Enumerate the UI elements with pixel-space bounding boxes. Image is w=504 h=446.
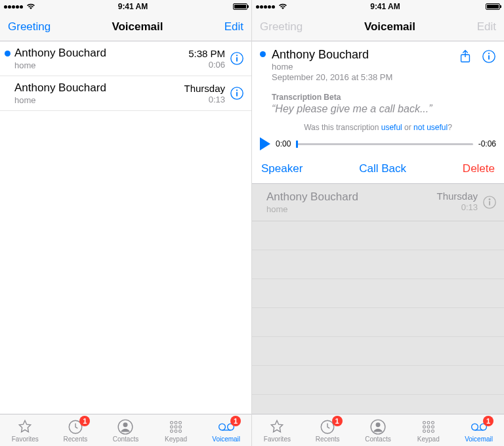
tab-label: Favorites bbox=[12, 435, 39, 443]
info-icon[interactable] bbox=[482, 49, 496, 64]
expanded-voicemail: Anthony Bouchard home September 20, 2016… bbox=[252, 41, 504, 414]
person-icon bbox=[369, 418, 387, 435]
signal-dots bbox=[256, 3, 287, 10]
call-duration: 0:06 bbox=[209, 60, 225, 70]
call-datetime: September 20, 2016 at 5:38 PM bbox=[272, 72, 458, 82]
signal-dots bbox=[4, 3, 35, 10]
svg-point-12 bbox=[171, 426, 173, 428]
info-button[interactable] bbox=[228, 81, 246, 105]
edit-button[interactable]: Edit bbox=[224, 20, 243, 33]
tab-label: Favorites bbox=[264, 435, 291, 443]
tab-label: Contacts bbox=[113, 435, 138, 443]
svg-point-27 bbox=[489, 198, 490, 200]
svg-point-5 bbox=[236, 89, 238, 91]
svg-point-31 bbox=[423, 421, 425, 424]
wifi-icon bbox=[26, 3, 35, 10]
svg-point-32 bbox=[427, 421, 430, 424]
transcription-text: “Hey please give me a call back...” bbox=[272, 103, 504, 115]
svg-point-38 bbox=[427, 430, 430, 432]
elapsed-time: 0:00 bbox=[276, 139, 291, 148]
useful-link[interactable]: useful bbox=[381, 123, 402, 132]
voicemail-list: Anthony Bouchard home 5:38 PM 0:06 Antho… bbox=[0, 41, 251, 414]
svg-point-40 bbox=[471, 424, 478, 430]
svg-point-34 bbox=[423, 426, 425, 428]
unread-dot-icon bbox=[5, 51, 10, 56]
wifi-icon bbox=[278, 3, 287, 10]
call-duration: 0:13 bbox=[436, 202, 478, 212]
caller-label: home bbox=[266, 204, 436, 214]
svg-point-24 bbox=[488, 53, 490, 54]
svg-rect-23 bbox=[488, 55, 490, 59]
voicemail-row[interactable]: Anthony Bouchard home Thursday 0:13 bbox=[0, 76, 251, 111]
tab-label: Keypad bbox=[417, 435, 440, 443]
nav-bar: Greeting Voicemail Edit bbox=[0, 13, 251, 41]
info-button[interactable] bbox=[228, 47, 246, 70]
caller-label: home bbox=[14, 95, 184, 105]
status-bar: 9:41 AM bbox=[252, 0, 504, 13]
tab-contacts[interactable]: Contacts bbox=[353, 414, 404, 446]
status-bar: 9:41 AM bbox=[0, 0, 251, 13]
svg-rect-4 bbox=[236, 92, 238, 96]
transcription-label: Transcription Beta bbox=[272, 93, 504, 102]
battery-icon bbox=[233, 3, 247, 10]
tab-recents[interactable]: 1 Recents bbox=[51, 414, 101, 446]
svg-point-33 bbox=[431, 421, 434, 424]
badge: 1 bbox=[332, 416, 343, 426]
voicemail-row[interactable]: Anthony Bouchard home 5:38 PM 0:06 bbox=[0, 41, 251, 76]
edit-button[interactable]: Edit bbox=[477, 20, 496, 33]
tab-favorites[interactable]: Favorites bbox=[0, 414, 51, 446]
tab-contacts[interactable]: Contacts bbox=[100, 414, 151, 446]
tab-voicemail[interactable]: 1 Voicemail bbox=[201, 414, 251, 446]
tab-keypad[interactable]: Keypad bbox=[403, 414, 453, 446]
svg-point-17 bbox=[179, 430, 182, 432]
tab-voicemail[interactable]: 1 Voicemail bbox=[453, 414, 504, 446]
svg-rect-1 bbox=[236, 57, 238, 61]
play-button[interactable] bbox=[260, 137, 270, 150]
info-icon bbox=[230, 51, 244, 66]
caller-name: Anthony Bouchard bbox=[14, 81, 184, 95]
page-title: Voicemail bbox=[364, 20, 415, 33]
svg-point-37 bbox=[423, 430, 425, 432]
tab-label: Contacts bbox=[365, 435, 390, 443]
info-button[interactable] bbox=[480, 190, 499, 214]
tab-recents[interactable]: 1 Recents bbox=[303, 414, 353, 446]
share-icon[interactable] bbox=[458, 49, 472, 64]
speaker-button[interactable]: Speaker bbox=[261, 162, 303, 175]
caller-name: Anthony Bouchard bbox=[266, 190, 436, 204]
badge: 1 bbox=[79, 416, 90, 426]
svg-point-15 bbox=[171, 430, 173, 432]
svg-point-35 bbox=[427, 426, 430, 428]
svg-point-10 bbox=[175, 421, 177, 424]
tab-label: Keypad bbox=[165, 435, 187, 443]
tab-label: Recents bbox=[64, 435, 88, 443]
not-useful-link[interactable]: not useful bbox=[413, 123, 448, 132]
svg-point-36 bbox=[431, 426, 434, 428]
svg-point-16 bbox=[175, 430, 177, 432]
dimmed-list: Anthony Bouchard home Thursday 0:13 bbox=[252, 184, 504, 414]
tab-bar: Favorites 1 Recents Contacts Keypad bbox=[252, 414, 504, 446]
greeting-button[interactable]: Greeting bbox=[8, 20, 51, 33]
svg-point-2 bbox=[236, 55, 238, 56]
star-icon bbox=[268, 418, 285, 435]
greeting-button[interactable]: Greeting bbox=[260, 20, 303, 33]
star-icon bbox=[16, 418, 33, 435]
info-icon bbox=[230, 86, 244, 100]
action-row: Speaker Call Back Delete bbox=[252, 156, 504, 184]
voicemail-row[interactable]: Anthony Bouchard home Thursday 0:13 bbox=[252, 184, 504, 221]
caller-label: home bbox=[14, 60, 188, 70]
svg-point-11 bbox=[179, 421, 182, 424]
svg-point-14 bbox=[179, 426, 182, 428]
scrubber-knob[interactable] bbox=[296, 141, 298, 148]
delete-button[interactable]: Delete bbox=[463, 162, 495, 175]
tab-favorites[interactable]: Favorites bbox=[252, 414, 303, 446]
callback-button[interactable]: Call Back bbox=[359, 162, 406, 175]
tab-label: Voicemail bbox=[465, 435, 493, 443]
scrubber[interactable] bbox=[296, 143, 472, 145]
remaining-time: -0:06 bbox=[478, 139, 496, 148]
nav-bar: Greeting Voicemail Edit bbox=[252, 13, 504, 41]
tab-keypad[interactable]: Keypad bbox=[151, 414, 201, 446]
call-time: Thursday bbox=[436, 190, 478, 202]
transcription-feedback: Was this transcription useful or not use… bbox=[252, 123, 504, 132]
keypad-icon bbox=[420, 418, 437, 435]
tab-bar: Favorites 1 Recents Contacts Keypad bbox=[0, 414, 251, 446]
